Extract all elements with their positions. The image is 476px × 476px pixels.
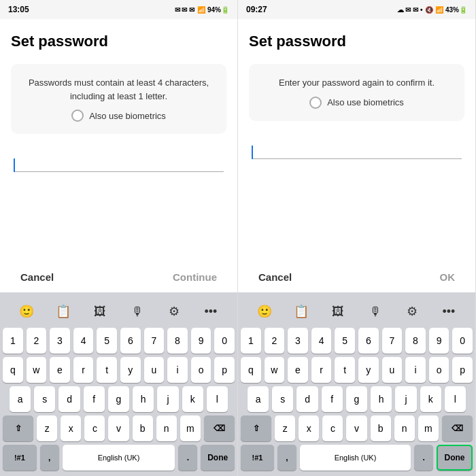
more-btn-left[interactable]: ••• <box>199 299 223 324</box>
key-2-right[interactable]: 2 <box>265 328 285 354</box>
key-q-left[interactable]: q <box>3 357 23 383</box>
key-4-left[interactable]: 4 <box>73 328 94 354</box>
key-v-left[interactable]: v <box>108 415 129 441</box>
key-g-left[interactable]: g <box>108 386 129 412</box>
key-v-right[interactable]: v <box>346 415 367 441</box>
space-key-right[interactable]: English (UK) <box>300 445 411 471</box>
biometrics-row-left[interactable]: Also use biometrics <box>22 109 216 122</box>
key-o-right[interactable]: o <box>429 357 449 383</box>
clipboard-btn-right[interactable]: 📋 <box>289 299 313 324</box>
shift-key-right[interactable]: ⇧ <box>241 415 271 441</box>
key-5-left[interactable]: 5 <box>97 328 117 354</box>
key-7-left[interactable]: 7 <box>144 328 165 354</box>
image-btn-right[interactable]: 🖼 <box>326 299 350 324</box>
key-j-left[interactable]: j <box>157 386 178 412</box>
image-btn-left[interactable]: 🖼 <box>88 299 112 324</box>
key-w-left[interactable]: w <box>27 357 47 383</box>
key-6-right[interactable]: 6 <box>358 328 379 354</box>
more-btn-right[interactable]: ••• <box>437 299 461 324</box>
mic-btn-right[interactable]: 🎙 <box>363 299 388 324</box>
key-n-right[interactable]: n <box>394 415 415 441</box>
symbols-key-right[interactable]: !#1 <box>241 445 274 471</box>
key-t-left[interactable]: t <box>97 357 117 383</box>
period-key-right[interactable]: . <box>414 445 433 471</box>
mic-btn-left[interactable]: 🎙 <box>125 299 150 324</box>
key-o-left[interactable]: o <box>191 357 211 383</box>
key-4-right[interactable]: 4 <box>311 328 332 354</box>
key-w-right[interactable]: w <box>265 357 285 383</box>
emoji-btn-left[interactable]: 🙂 <box>14 299 39 324</box>
key-b-right[interactable]: b <box>371 415 391 441</box>
key-e-left[interactable]: e <box>50 357 70 383</box>
key-e-right[interactable]: e <box>288 357 308 383</box>
key-a-right[interactable]: a <box>248 386 269 412</box>
password-input-area-right[interactable] <box>249 143 464 159</box>
done-key-left[interactable]: Done <box>201 445 235 471</box>
backspace-key-right[interactable]: ⌫ <box>442 415 473 441</box>
key-d-left[interactable]: d <box>58 386 80 412</box>
key-h-left[interactable]: h <box>133 386 154 412</box>
key-p-right[interactable]: p <box>452 357 473 383</box>
key-9-right[interactable]: 9 <box>429 328 449 354</box>
key-f-right[interactable]: f <box>322 386 343 412</box>
password-input-area-left[interactable] <box>11 156 226 172</box>
key-8-right[interactable]: 8 <box>405 328 426 354</box>
key-r-right[interactable]: r <box>311 357 332 383</box>
key-l-right[interactable]: l <box>445 386 466 412</box>
key-t-right[interactable]: t <box>335 357 355 383</box>
key-n-left[interactable]: n <box>156 415 177 441</box>
symbols-key-left[interactable]: !#1 <box>3 445 37 471</box>
clipboard-btn-left[interactable]: 📋 <box>51 299 75 324</box>
comma-key-left[interactable]: , <box>40 445 59 471</box>
key-3-left[interactable]: 3 <box>50 328 70 354</box>
key-5-right[interactable]: 5 <box>335 328 355 354</box>
key-r-left[interactable]: r <box>73 357 94 383</box>
key-c-left[interactable]: c <box>84 415 105 441</box>
key-y-right[interactable]: y <box>358 357 379 383</box>
key-9-left[interactable]: 9 <box>191 328 211 354</box>
key-0-right[interactable]: 0 <box>452 328 473 354</box>
key-u-right[interactable]: u <box>382 357 403 383</box>
emoji-btn-right[interactable]: 🙂 <box>252 299 277 324</box>
key-2-left[interactable]: 2 <box>27 328 47 354</box>
key-3-right[interactable]: 3 <box>288 328 308 354</box>
space-key-left[interactable]: English (UK) <box>63 445 175 471</box>
key-7-right[interactable]: 7 <box>382 328 403 354</box>
cancel-button-left[interactable]: Cancel <box>14 267 61 287</box>
key-z-left[interactable]: z <box>37 415 57 441</box>
key-g-right[interactable]: g <box>346 386 367 412</box>
key-z-right[interactable]: z <box>275 415 295 441</box>
key-h-right[interactable]: h <box>371 386 392 412</box>
key-x-right[interactable]: x <box>299 415 319 441</box>
ok-button-right[interactable]: OK <box>433 267 462 287</box>
key-d-right[interactable]: d <box>296 386 318 412</box>
key-m-right[interactable]: m <box>418 415 439 441</box>
continue-button-left[interactable]: Continue <box>166 267 224 287</box>
settings-btn-right[interactable]: ⚙ <box>400 299 424 324</box>
shift-key-left[interactable]: ⇧ <box>3 415 33 441</box>
comma-key-right[interactable]: , <box>277 445 296 471</box>
key-x-left[interactable]: x <box>61 415 81 441</box>
key-c-right[interactable]: c <box>322 415 343 441</box>
key-i-right[interactable]: i <box>405 357 426 383</box>
key-8-left[interactable]: 8 <box>167 328 188 354</box>
key-f-left[interactable]: f <box>84 386 105 412</box>
biometrics-radio-left[interactable] <box>71 109 84 122</box>
key-s-left[interactable]: s <box>34 386 55 412</box>
key-k-left[interactable]: k <box>182 386 203 412</box>
period-key-left[interactable]: . <box>178 445 197 471</box>
done-key-right[interactable]: Done <box>437 445 473 471</box>
key-m-left[interactable]: m <box>180 415 201 441</box>
key-j-right[interactable]: j <box>395 386 416 412</box>
key-q-right[interactable]: q <box>241 357 261 383</box>
key-y-left[interactable]: y <box>120 357 141 383</box>
key-l-left[interactable]: l <box>207 386 228 412</box>
backspace-key-left[interactable]: ⌫ <box>204 415 235 441</box>
key-p-left[interactable]: p <box>214 357 235 383</box>
key-b-left[interactable]: b <box>133 415 153 441</box>
key-6-left[interactable]: 6 <box>120 328 141 354</box>
settings-btn-left[interactable]: ⚙ <box>162 299 186 324</box>
biometrics-row-right[interactable]: Also use biometrics <box>260 97 454 109</box>
cancel-button-right[interactable]: Cancel <box>252 267 299 287</box>
key-u-left[interactable]: u <box>144 357 165 383</box>
